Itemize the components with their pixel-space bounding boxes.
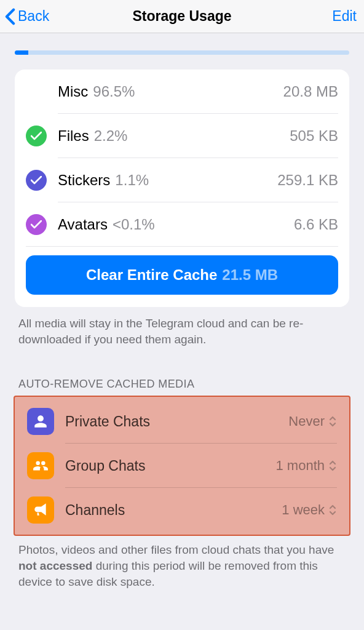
clear-button-label: Clear Entire Cache [86,266,217,284]
cache-label: Avatars [58,216,108,233]
cache-card: Misc 96.5% 20.8 MB Files 2.2% 505 KB Sti… [15,70,349,307]
cache-label: Files [58,127,89,145]
checkmark-icon [26,81,47,102]
cache-size: 6.6 KB [294,216,338,233]
auto-value: Never [288,413,325,429]
group-icon [27,452,54,479]
progress-segment-used [15,50,28,55]
clear-cache-button[interactable]: Clear Entire Cache 21.5 MB [26,255,338,295]
cache-row-avatars[interactable]: Avatars <0.1% 6.6 KB [26,202,338,247]
cache-row-stickers[interactable]: Stickers 1.1% 259.1 KB [26,158,338,202]
highlight-overlay: Private Chats Never Group Chats 1 month … [14,396,350,536]
auto-value: 1 week [282,502,325,518]
cache-percent: <0.1% [113,216,155,233]
auto-value: 1 month [276,458,325,474]
cache-size: 20.8 MB [283,83,338,100]
cache-percent: 1.1% [115,172,149,189]
auto-row-group-chats[interactable]: Group Chats 1 month [27,444,337,488]
auto-label: Channels [65,502,282,519]
cache-label: Stickers [58,172,110,189]
auto-remove-list: Private Chats Never Group Chats 1 month … [15,399,349,532]
storage-progress-bar [15,50,349,55]
chevron-left-icon [5,8,15,25]
auto-label: Private Chats [65,413,288,430]
auto-label: Group Chats [65,458,276,474]
back-button[interactable]: Back [5,8,49,25]
cache-label: Misc [58,83,88,100]
auto-remove-footer: Photos, videos and other files from clou… [18,542,346,589]
checkmark-icon [26,126,47,146]
cache-row-misc[interactable]: Misc 96.5% 20.8 MB [26,70,338,114]
person-icon [27,408,54,435]
back-label: Back [18,8,49,25]
cache-footer-text: All media will stay in the Telegram clou… [18,316,346,347]
cache-percent: 2.2% [94,127,128,145]
checkmark-icon [26,170,47,191]
megaphone-icon [27,496,54,524]
navigation-bar: Back Storage Usage Edit [0,0,364,33]
up-down-icon [328,459,337,472]
auto-row-channels[interactable]: Channels 1 week [27,488,337,532]
edit-button[interactable]: Edit [332,8,357,25]
cache-size: 505 KB [290,127,338,145]
auto-row-private-chats[interactable]: Private Chats Never [27,399,337,444]
auto-remove-header: AUTO-REMOVE CACHED MEDIA [18,378,346,391]
up-down-icon [328,415,337,428]
up-down-icon [328,503,337,517]
checkmark-icon [26,214,47,235]
page-title: Storage Usage [132,8,231,25]
cache-row-files[interactable]: Files 2.2% 505 KB [26,114,338,158]
cache-size: 259.1 KB [277,172,338,189]
clear-button-size: 21.5 MB [222,266,278,284]
cache-percent: 96.5% [93,83,135,100]
